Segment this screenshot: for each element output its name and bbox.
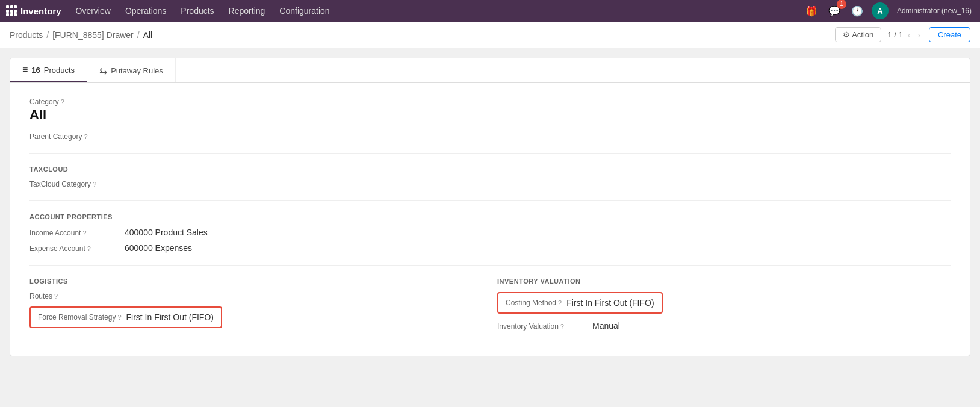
divider-taxcloud bbox=[29, 153, 951, 154]
costing-method-row: Costing Method ? First In First Out (FIF… bbox=[497, 292, 951, 314]
prev-button[interactable]: ‹ bbox=[905, 29, 913, 41]
breadcrumb-sep-2: / bbox=[137, 30, 140, 40]
routes-label: Routes ? bbox=[29, 292, 120, 300]
tab-products[interactable]: ≡ 16 Products bbox=[10, 58, 87, 82]
inventory-valuation-row: Inventory Valuation ? Manual bbox=[497, 321, 951, 331]
income-account-label: Income Account ? bbox=[29, 229, 120, 237]
breadcrumb-actions: ⚙ Action 1 / 1 ‹ › Create bbox=[835, 27, 970, 42]
divider-logistics bbox=[29, 265, 951, 266]
nav-reporting[interactable]: Reporting bbox=[223, 0, 271, 22]
form-card: ≡ 16 Products ⇆ Putaway Rules Category ?… bbox=[10, 58, 970, 356]
username: Administrator (new_16) bbox=[895, 4, 974, 17]
tab-products-icon: ≡ bbox=[22, 64, 28, 75]
expense-help-icon[interactable]: ? bbox=[87, 245, 91, 252]
breadcrumb-products[interactable]: Products bbox=[10, 30, 43, 40]
costing-method-value: First In First Out (FIFO) bbox=[566, 298, 654, 308]
force-removal-value: First In First Out (FIFO) bbox=[126, 312, 214, 322]
nav-operations[interactable]: Operations bbox=[119, 0, 172, 22]
two-col-section: LOGISTICS Routes ? Force Removal Strateg… bbox=[29, 278, 951, 337]
logistics-section-title: LOGISTICS bbox=[29, 278, 483, 285]
income-help-icon[interactable]: ? bbox=[82, 229, 86, 237]
nav-configuration[interactable]: Configuration bbox=[273, 0, 335, 22]
gift-icon[interactable]: 🎁 bbox=[803, 3, 820, 19]
expense-account-label: Expense Account ? bbox=[29, 244, 120, 253]
parent-category-label: Parent Category ? bbox=[29, 132, 120, 141]
brand-name: Inventory bbox=[20, 6, 61, 16]
pagination: 1 / 1 ‹ › bbox=[887, 29, 923, 41]
grid-icon bbox=[6, 5, 17, 16]
chat-button[interactable]: 💬 1 bbox=[826, 3, 843, 19]
tab-putaway[interactable]: ⇆ Putaway Rules bbox=[87, 58, 176, 82]
nav-products[interactable]: Products bbox=[175, 0, 220, 22]
inventory-valuation-column: INVENTORY VALUATION Costing Method ? Fir… bbox=[497, 278, 951, 337]
inventory-valuation-section-title: INVENTORY VALUATION bbox=[497, 278, 951, 285]
income-account-row: Income Account ? 400000 Product Sales bbox=[29, 228, 951, 237]
nav-overview[interactable]: Overview bbox=[70, 0, 117, 22]
brand-logo[interactable]: Inventory bbox=[6, 5, 61, 16]
expense-account-row: Expense Account ? 600000 Expenses bbox=[29, 243, 951, 253]
inventory-valuation-value: Manual bbox=[592, 321, 951, 331]
taxcloud-category-label: TaxCloud Category ? bbox=[29, 180, 120, 188]
force-removal-row: Force Removal Strategy ? First In First … bbox=[29, 306, 483, 328]
force-removal-help-icon[interactable]: ? bbox=[117, 314, 121, 321]
next-button[interactable]: › bbox=[915, 29, 923, 41]
costing-method-label: Costing Method ? bbox=[506, 299, 562, 307]
force-removal-label: Force Removal Strategy ? bbox=[38, 313, 122, 322]
category-field-group: Category ? All bbox=[29, 98, 951, 123]
create-button[interactable]: Create bbox=[929, 27, 970, 42]
tab-putaway-label: Putaway Rules bbox=[111, 66, 163, 75]
parent-category-help-icon[interactable]: ? bbox=[84, 133, 87, 140]
pagination-text: 1 / 1 bbox=[887, 30, 902, 39]
income-account-value: 400000 Product Sales bbox=[125, 228, 951, 237]
category-help-icon[interactable]: ? bbox=[61, 98, 64, 105]
tab-bar: ≡ 16 Products ⇆ Putaway Rules bbox=[10, 58, 970, 83]
navbar: Inventory Overview Operations Products R… bbox=[0, 0, 980, 22]
routes-help-icon[interactable]: ? bbox=[54, 293, 58, 300]
parent-category-row: Parent Category ? bbox=[29, 132, 951, 141]
breadcrumb-current: All bbox=[143, 30, 153, 40]
chat-badge-count: 1 bbox=[837, 0, 846, 9]
force-removal-highlight-box: Force Removal Strategy ? First In First … bbox=[29, 306, 222, 328]
category-label: Category ? bbox=[29, 98, 951, 106]
account-section-title: ACCOUNT PROPERTIES bbox=[29, 213, 951, 220]
avatar[interactable]: A bbox=[872, 2, 889, 19]
breadcrumb-drawer[interactable]: [FURN_8855] Drawer bbox=[52, 30, 134, 40]
breadcrumb-sep-1: / bbox=[46, 30, 49, 40]
tab-products-count: 16 bbox=[31, 66, 40, 75]
expense-account-value: 600000 Expenses bbox=[125, 243, 951, 253]
content-area: ≡ 16 Products ⇆ Putaway Rules Category ?… bbox=[0, 48, 980, 407]
breadcrumb-bar: Products / [FURN_8855] Drawer / All ⚙ Ac… bbox=[0, 22, 980, 48]
tab-products-label: Products bbox=[44, 66, 75, 75]
divider-account bbox=[29, 200, 951, 201]
inventory-valuation-label: Inventory Valuation ? bbox=[497, 322, 588, 331]
taxcloud-help-icon[interactable]: ? bbox=[93, 181, 96, 188]
action-button[interactable]: ⚙ Action bbox=[835, 27, 881, 42]
logistics-column: LOGISTICS Routes ? Force Removal Strateg… bbox=[29, 278, 483, 337]
form-body: Category ? All Parent Category ? TAXCLOU… bbox=[10, 83, 970, 356]
clock-icon[interactable]: 🕐 bbox=[849, 3, 866, 19]
routes-row: Routes ? bbox=[29, 292, 483, 300]
inventory-valuation-help-icon[interactable]: ? bbox=[560, 323, 564, 330]
navbar-right: 🎁 💬 1 🕐 A Administrator (new_16) bbox=[803, 2, 974, 19]
taxcloud-category-row: TaxCloud Category ? bbox=[29, 180, 951, 188]
category-value: All bbox=[29, 107, 951, 123]
costing-method-highlight-box: Costing Method ? First In First Out (FIF… bbox=[497, 292, 663, 314]
tab-putaway-icon: ⇆ bbox=[99, 65, 107, 76]
breadcrumb: Products / [FURN_8855] Drawer / All bbox=[10, 30, 152, 40]
costing-method-help-icon[interactable]: ? bbox=[558, 299, 562, 306]
taxcloud-section-title: TAXCLOUD bbox=[29, 166, 951, 173]
